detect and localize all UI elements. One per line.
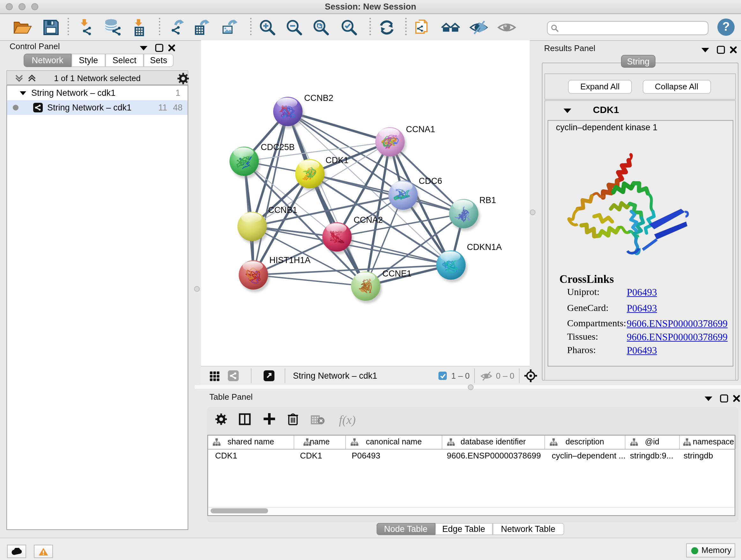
svg-text:HIST1H1A: HIST1H1A: [269, 255, 311, 265]
svg-text:CCNA2: CCNA2: [354, 215, 383, 225]
svg-text:RB1: RB1: [479, 195, 496, 205]
svg-text:CDC6: CDC6: [419, 176, 442, 186]
svg-text:CDK1: CDK1: [326, 155, 348, 165]
svg-text:CCNA1: CCNA1: [406, 125, 435, 134]
svg-text:CCNE1: CCNE1: [382, 269, 412, 278]
svg-text:CDKN1A: CDKN1A: [467, 242, 502, 252]
svg-text:CDC25B: CDC25B: [261, 142, 295, 152]
svg-text:CCNB1: CCNB1: [268, 205, 297, 215]
svg-text:CCNB2: CCNB2: [304, 93, 333, 103]
